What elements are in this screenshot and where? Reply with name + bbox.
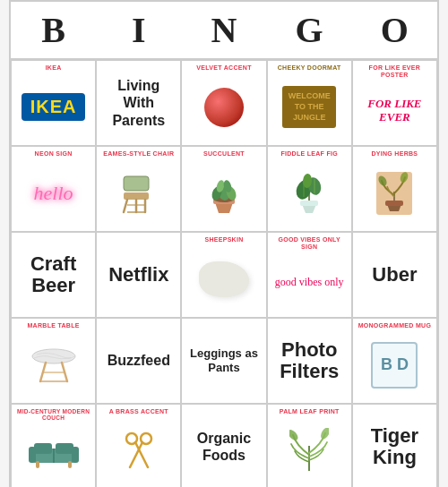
cell-content-tiger-king: Tiger King [357, 408, 433, 485]
netflix-text: Netflix [108, 264, 168, 286]
craft-beer-text: Craft Beer [15, 253, 91, 296]
cell-mid-century-couch: MID-CENTURY MODERN COUCH [11, 404, 96, 487]
marble-table-icon [30, 347, 78, 383]
svg-rect-33 [56, 443, 73, 454]
cell-photo-filters: Photo Filters [267, 318, 352, 404]
cell-label-good-vibes: GOOD VIBES ONLY SIGN [271, 236, 348, 250]
svg-rect-36 [72, 447, 79, 463]
uber-text: Uber [372, 264, 417, 286]
cell-monogrammed-mug: MONOGRAMMED MUG B D [352, 318, 437, 404]
bingo-card: B I N G O IKEA IKEA Living With Parents … [9, 0, 439, 487]
cell-for-like-ever: FOR LIKE EVER POSTER FOR LIKE EVER [352, 60, 437, 146]
cell-content-uber: Uber [357, 236, 433, 313]
letter-n: N [184, 9, 264, 51]
for-like-ever-text: FOR LIKE EVER [357, 98, 433, 124]
letter-g: G [269, 9, 349, 51]
cell-neon-sign: NEON SIGN hello [11, 146, 96, 232]
cell-content-herbs [357, 159, 433, 227]
cell-label-couch: MID-CENTURY MODERN COUCH [15, 408, 91, 421]
cell-content-doormat: WELCOME TO THE JUNGLE [271, 73, 348, 141]
svg-rect-22 [385, 201, 403, 206]
cell-label-herbs: DYING HERBS [371, 150, 418, 158]
cell-good-vibes: GOOD VIBES ONLY SIGN good vibes only [267, 232, 352, 318]
cell-content-neon: hello [15, 159, 91, 227]
living-parents-text: Living With Parents [100, 77, 177, 129]
svg-point-44 [289, 428, 300, 442]
leggings-text: Leggings as Pants [185, 346, 262, 374]
cell-sheepskin: SHEEPSKIN [181, 232, 266, 318]
cell-craft-beer: Craft Beer [11, 232, 96, 318]
organic-foods-text: Organic Foods [185, 430, 262, 464]
cell-brass-accent: A BRASS ACCENT [96, 404, 181, 487]
cell-succulent: SUCCULENT [181, 146, 266, 232]
cell-buzzfeed: Buzzfeed [96, 318, 181, 404]
cell-label-palm: PALM LEAF PRINT [280, 408, 340, 415]
bingo-header: B I N G O [11, 2, 437, 60]
cell-fiddle-leaf: FIDDLE LEAF FIG [267, 146, 352, 232]
cell-label-eames: EAMES-STYLE CHAIR [103, 150, 174, 158]
palm-leaf-icon [289, 428, 329, 474]
svg-point-45 [319, 428, 329, 440]
cell-content-ikea: IKEA [15, 73, 91, 141]
cell-marble-table: MARBLE TABLE [11, 318, 96, 404]
cell-content-sheepskin [185, 245, 262, 313]
cell-content-marble [15, 331, 91, 399]
cell-palm-leaf: PALM LEAF PRINT [267, 404, 352, 487]
cell-content-netflix: Netflix [100, 236, 177, 313]
cell-label-marble: MARBLE TABLE [27, 322, 79, 329]
dying-herbs-icon [375, 170, 414, 217]
letter-b: B [13, 9, 94, 51]
cell-cheeky-doormat: CHEEKY DOORMAT WELCOME TO THE JUNGLE [267, 60, 352, 146]
buzzfeed-text: Buzzfeed [108, 352, 170, 369]
cell-label-doormat: CHEEKY DOORMAT [278, 64, 341, 72]
cell-living-parents: Living With Parents [96, 60, 181, 146]
svg-rect-32 [34, 443, 52, 454]
cell-content-forlike: FOR LIKE EVER [357, 80, 433, 141]
cell-label-forlike: FOR LIKE EVER POSTER [357, 64, 433, 78]
monogrammed-mug-icon: B D [371, 342, 418, 389]
mug-letters: B D [381, 355, 409, 374]
cell-label-brass: A BRASS ACCENT [109, 408, 168, 415]
ikea-logo: IKEA [22, 93, 86, 121]
cell-content-fiddle [271, 159, 348, 227]
cell-content-craft-beer: Craft Beer [15, 236, 91, 313]
cell-content-good-vibes: good vibes only [271, 252, 348, 313]
cell-content-succulent [185, 159, 262, 227]
cell-label-velvet: VELVET ACCENT [196, 64, 251, 72]
cell-velvet-accent: VELVET ACCENT [181, 60, 266, 146]
svg-rect-0 [124, 176, 149, 191]
photo-filters-text: Photo Filters [271, 339, 348, 382]
scissors-icon [123, 430, 155, 473]
cell-tiger-king: Tiger King [352, 404, 437, 487]
cell-content-leggings: Leggings as Pants [185, 322, 262, 399]
cell-content-organic: Organic Foods [185, 408, 262, 485]
cell-content-couch [15, 423, 91, 485]
doormat-icon: WELCOME TO THE JUNGLE [282, 86, 336, 128]
fiddle-leaf-icon [288, 170, 331, 217]
succulent-icon [202, 170, 246, 217]
cell-content-velvet [185, 73, 262, 141]
cell-content-eames [100, 159, 177, 227]
cell-label-mug: MONOGRAMMED MUG [358, 322, 432, 329]
svg-rect-14 [300, 201, 318, 206]
svg-rect-35 [29, 447, 36, 463]
sheepskin-icon [199, 261, 249, 297]
cell-content-living: Living With Parents [100, 64, 177, 141]
tiger-king-text: Tiger King [357, 425, 433, 468]
cell-label-fiddle: FIDDLE LEAF FIG [280, 150, 338, 158]
cell-label-ikea: IKEA [46, 64, 62, 72]
velvet-ball-icon [204, 88, 244, 127]
hello-neon-icon: hello [34, 182, 73, 205]
svg-rect-38 [68, 461, 72, 468]
cell-label-neon: NEON SIGN [35, 150, 73, 158]
cell-uber: Uber [352, 232, 437, 318]
cell-content-palm [271, 417, 348, 485]
cell-ikea: IKEA IKEA [11, 60, 96, 146]
svg-rect-37 [36, 461, 39, 468]
cell-leggings: Leggings as Pants [181, 318, 266, 404]
cell-content-buzzfeed: Buzzfeed [100, 322, 177, 399]
eames-chair-icon [116, 171, 161, 216]
letter-i: I [99, 9, 179, 51]
svg-point-26 [32, 349, 75, 363]
cell-dying-herbs: DYING HERBS [352, 146, 437, 232]
